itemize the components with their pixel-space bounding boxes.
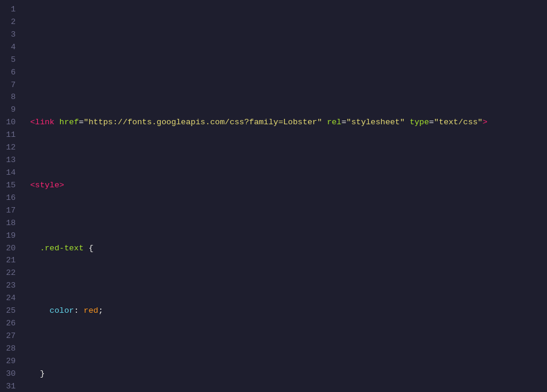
line-numbers: 1 2 3 4 5 6 7 8 9 10 11 12 13 14 15 16 1…	[0, 0, 22, 392]
code-editor: 1 2 3 4 5 6 7 8 9 10 11 12 13 14 15 16 1…	[0, 0, 547, 392]
code-line-1	[30, 54, 547, 67]
code-line-6: }	[30, 368, 547, 381]
code-line-3: <style>	[30, 179, 547, 192]
code-line-2: <link href="https://fonts.googleapis.com…	[30, 116, 547, 129]
code-line-4: .red-text {	[30, 243, 547, 255]
code-line-5: color: red;	[30, 305, 547, 318]
code-lines: <link href="https://fonts.googleapis.com…	[22, 0, 547, 392]
